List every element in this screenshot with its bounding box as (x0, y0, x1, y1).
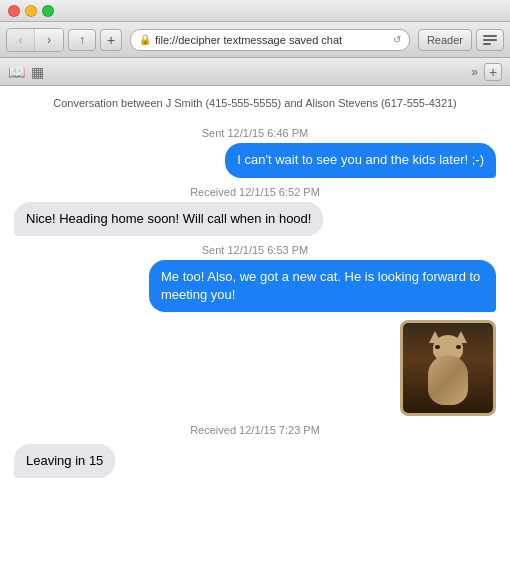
bubble-received-2: Leaving in 15 (14, 444, 115, 478)
sidebar-icon (483, 35, 497, 45)
fullscreen-button[interactable] (42, 5, 54, 17)
bookmarks-bar: 📖 ▦ » + (0, 58, 510, 86)
menu-line-1 (483, 35, 497, 37)
message-group-1: Sent 12/1/15 6:46 PM I can't wait to see… (14, 127, 496, 177)
reload-icon[interactable]: ↺ (393, 34, 401, 45)
add-bookmark-button[interactable]: + (484, 63, 502, 81)
message-group-3: Sent 12/1/15 6:53 PM Me too! Also, we go… (14, 244, 496, 312)
lock-icon: 🔒 (139, 34, 151, 45)
timestamp-2: Received 12/1/15 6:52 PM (14, 186, 496, 198)
cat-body (428, 355, 468, 405)
timestamp-3: Sent 12/1/15 6:53 PM (14, 244, 496, 256)
traffic-lights (8, 5, 54, 17)
bubble-received-1: Nice! Heading home soon! Will call when … (14, 202, 323, 236)
bubble-sent-2: Me too! Also, we got a new cat. He is lo… (149, 260, 496, 312)
bubble-sent-1: I can't wait to see you and the kids lat… (225, 143, 496, 177)
close-button[interactable] (8, 5, 20, 17)
menu-line-3 (483, 43, 491, 45)
message-row-5: Leaving in 15 (14, 444, 496, 478)
message-row-1: I can't wait to see you and the kids lat… (14, 143, 496, 177)
message-group-2: Received 12/1/15 6:52 PM Nice! Heading h… (14, 186, 496, 236)
title-bar (0, 0, 510, 22)
reading-list-icon[interactable]: ▦ (31, 64, 44, 80)
message-group-4: Received 12/1/15 7:23 PM (14, 320, 496, 436)
nav-button-group: ‹ › (6, 28, 64, 52)
conversation-header-text: Conversation between J Smith (415-555-55… (53, 97, 457, 109)
cat-image (403, 323, 493, 413)
minimize-button[interactable] (25, 5, 37, 17)
forward-button[interactable]: › (35, 29, 63, 51)
message-row-image (14, 320, 496, 416)
message-group-5: Leaving in 15 (14, 444, 496, 478)
cat-image-bubble (400, 320, 496, 416)
back-button[interactable]: ‹ (7, 29, 35, 51)
new-tab-button[interactable]: + (100, 29, 122, 51)
bookmarks-icon[interactable]: 📖 (8, 64, 25, 80)
address-bar[interactable]: 🔒 file://decipher textmessage saved chat… (130, 29, 410, 51)
message-row-3: Me too! Also, we got a new cat. He is lo… (14, 260, 496, 312)
share-button[interactable]: ↑ (68, 29, 96, 51)
main-toolbar: ‹ › ↑ + 🔒 file://decipher textmessage sa… (0, 22, 510, 58)
reader-button[interactable]: Reader (418, 29, 472, 51)
timestamp-1: Sent 12/1/15 6:46 PM (14, 127, 496, 139)
sidebar-toggle-button[interactable] (476, 29, 504, 51)
url-text: file://decipher textmessage saved chat (155, 34, 389, 46)
timestamp-4: Received 12/1/15 7:23 PM (14, 424, 496, 436)
chat-area: Conversation between J Smith (415-555-55… (0, 86, 510, 546)
more-button[interactable]: » (471, 65, 478, 79)
menu-line-2 (483, 39, 497, 41)
conversation-header: Conversation between J Smith (415-555-55… (14, 96, 496, 111)
message-row-2: Nice! Heading home soon! Will call when … (14, 202, 496, 236)
